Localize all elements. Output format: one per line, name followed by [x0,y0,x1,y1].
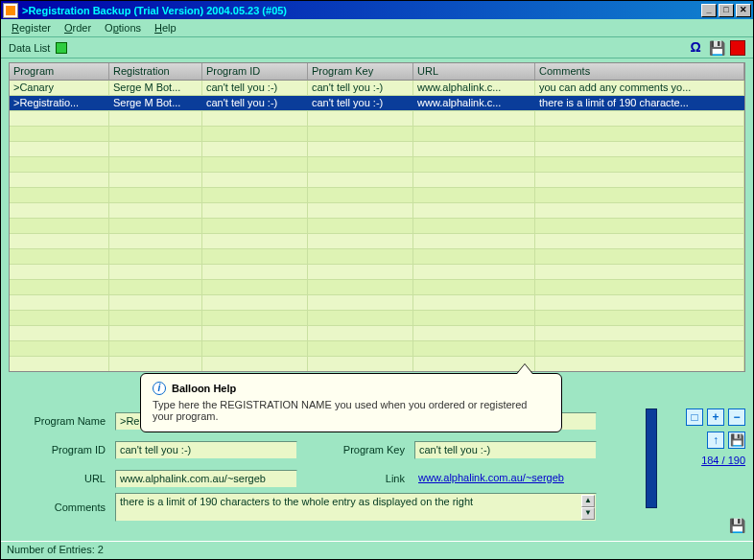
new-button[interactable]: □ [686,408,703,426]
balloon-tooltip: i Balloon Help Type here the REGISTRATIO… [140,373,562,432]
remove-button[interactable]: − [728,408,745,426]
table-row-empty [10,249,744,265]
table-row[interactable]: >Registratio... Serge M Bot... can't tel… [10,96,744,111]
cell-comments: you can add any comments yo... [535,81,744,95]
menu-register[interactable]: Register [5,20,58,35]
info-icon: i [153,382,166,395]
col-registration[interactable]: Registration [109,63,202,81]
data-table: Program Registration Program ID Program … [9,62,745,372]
entry-size-bar [646,408,657,508]
table-row-empty [10,203,744,219]
scroll-down-icon[interactable]: ▼ [581,507,595,520]
col-comments[interactable]: Comments [535,63,744,81]
comments-scrollbar[interactable]: ▲ ▼ [581,495,595,520]
side-panel: □ + − ↑ 💾 184 / 190 💾 [653,408,745,535]
cell-registration: Serge M Bot... [109,81,202,95]
omega-icon[interactable]: Ω [688,40,703,56]
menu-help[interactable]: Help [148,20,183,35]
add-button[interactable]: + [707,408,724,426]
balloon-body: Type here the REGISTRATION NAME you used… [153,399,550,422]
cell-program: >Canary [10,81,109,95]
toolbar: Data List Ω 💾 [1,37,753,58]
table-header: Program Registration Program ID Program … [10,63,744,81]
table-row-empty [10,280,744,295]
menu-order[interactable]: Order [58,20,98,35]
input-url[interactable]: www.alphalink.com.au/~sergeb [115,470,297,488]
up-button[interactable]: ↑ [707,432,724,449]
menubar: Register Order Options Help [1,19,753,37]
input-comments[interactable]: there is a limit of 190 characters to th… [115,493,597,522]
cell-programid: can't tell you :-) [202,81,308,95]
table-row-empty [10,219,744,234]
window-controls: _ □ ✕ [701,4,751,17]
label-link: Link [303,473,409,484]
label-comments: Comments [9,502,109,513]
save-icon[interactable]: 💾 [709,40,724,56]
input-program-id[interactable]: can't tell you :-) [115,441,297,459]
table-row-empty [10,142,744,157]
cell-comments: there is a limit of 190 characte... [535,96,744,110]
table-row-empty [10,234,744,249]
col-url[interactable]: URL [413,63,535,81]
maximize-button[interactable]: □ [719,4,734,17]
datalist-indicator-icon [56,42,67,54]
table-row-empty [10,173,744,188]
cell-url: www.alphalink.c... [413,81,535,95]
cell-programkey: can't tell you :-) [308,96,413,110]
table-row-empty [10,265,744,280]
col-program[interactable]: Program [10,63,109,81]
titlebar-text: >Registration Backup (Trial Version) 200… [22,5,701,16]
table-row-empty [10,111,744,127]
col-programid[interactable]: Program ID [202,63,308,81]
table-row-empty [10,341,744,357]
toolbar-label: Data List [9,42,50,54]
input-program-key[interactable]: can't tell you :-) [414,441,597,459]
table-row-empty [10,295,744,311]
scroll-up-icon[interactable]: ▲ [581,495,595,507]
app-window: >Registration Backup (Trial Version) 200… [0,0,754,560]
link-url[interactable]: www.alphalink.com.au/~sergeb [414,470,597,488]
close-button[interactable]: ✕ [736,4,751,17]
balloon-title: Balloon Help [172,383,236,394]
table-row-empty [10,311,744,326]
menu-options[interactable]: Options [98,20,148,35]
statusbar: Number of Entries: 2 [1,541,753,559]
titlebar: >Registration Backup (Trial Version) 200… [1,1,753,19]
cell-url: www.alphalink.c... [413,96,535,110]
table-row-empty [10,357,744,372]
label-program-id: Program ID [9,444,109,455]
table-row-empty [10,326,744,341]
cell-program: >Registratio... [10,96,109,110]
stop-icon[interactable] [730,40,745,56]
export-icon[interactable]: 💾 [728,518,745,535]
char-counter[interactable]: 184 / 190 [701,455,745,466]
col-programkey[interactable]: Program Key [308,63,413,81]
app-icon [3,3,18,18]
table-row[interactable]: >Canary Serge M Bot... can't tell you :-… [10,81,744,96]
save-button[interactable]: 💾 [728,432,745,449]
label-program-key: Program Key [303,444,409,455]
label-program-name: Program Name [9,415,109,427]
table-row-empty [10,127,744,142]
label-url: URL [9,473,109,484]
cell-registration: Serge M Bot... [109,96,202,110]
minimize-button[interactable]: _ [701,4,717,17]
cell-programid: can't tell you :-) [202,96,308,110]
status-text: Number of Entries: 2 [7,544,104,555]
table-row-empty [10,188,744,203]
table-body: >Canary Serge M Bot... can't tell you :-… [10,81,744,372]
table-row-empty [10,157,744,173]
cell-programkey: can't tell you :-) [308,81,413,95]
